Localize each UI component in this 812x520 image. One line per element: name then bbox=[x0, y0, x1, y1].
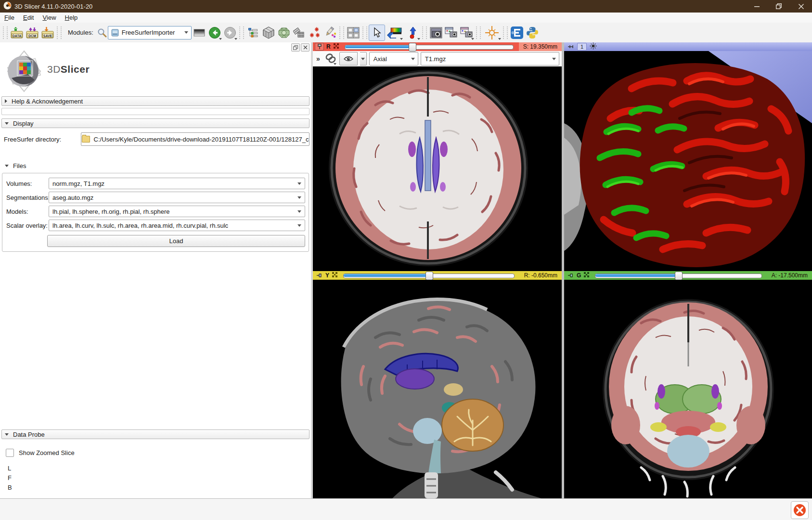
load-data-button[interactable]: DATA bbox=[9, 25, 25, 40]
scalar-overlay-select[interactable]: lh.area, lh.curv, lh.sulc, rh.area, rh.a… bbox=[49, 220, 305, 231]
history-back-button[interactable] bbox=[207, 25, 222, 40]
slider-handle[interactable] bbox=[425, 272, 433, 280]
orientation-select[interactable]: Axial bbox=[369, 52, 418, 65]
pin-icon[interactable] bbox=[315, 272, 323, 279]
display-section-header[interactable]: Display bbox=[1, 118, 309, 128]
toolbar-separator bbox=[239, 26, 244, 39]
slice-intersection-icon[interactable] bbox=[583, 272, 590, 279]
pin-icon[interactable] bbox=[315, 43, 324, 51]
segmentations-value: aseg.auto.mgz bbox=[52, 194, 297, 201]
main-toolbar: DATA DCM SAVE Modules: bbox=[0, 23, 812, 43]
slider-handle[interactable] bbox=[675, 272, 683, 280]
slider-handle[interactable] bbox=[409, 43, 416, 52]
show-zoomed-slice-checkbox[interactable] bbox=[6, 449, 14, 457]
restore-icon[interactable] bbox=[768, 0, 790, 13]
scalar-overlay-label: Scalar overlay: bbox=[5, 222, 49, 229]
python-console-icon[interactable] bbox=[525, 25, 540, 40]
pin-icon[interactable] bbox=[566, 43, 574, 50]
module-selector-value: FreeSurferImporter bbox=[122, 29, 181, 36]
status-bar bbox=[0, 498, 812, 520]
volume-rendering-icon[interactable] bbox=[276, 25, 292, 40]
slice-intersection-icon[interactable] bbox=[333, 43, 339, 51]
transforms-icon[interactable] bbox=[385, 25, 403, 40]
visibility-dropdown[interactable] bbox=[360, 52, 367, 65]
coronal-slice-image[interactable] bbox=[564, 280, 812, 498]
history-forward-button[interactable] bbox=[222, 25, 238, 40]
chevron-down-icon bbox=[297, 196, 301, 199]
screenshot-icon[interactable] bbox=[428, 25, 444, 40]
help-acknowledgement-header[interactable]: Help & Acknowledgement bbox=[1, 96, 309, 106]
undock-panel-icon[interactable] bbox=[291, 43, 300, 52]
layout-selector-icon[interactable] bbox=[346, 25, 361, 40]
svg-text:SAVE: SAVE bbox=[43, 34, 52, 37]
module-hierarchy-icon[interactable] bbox=[245, 25, 261, 40]
orientation-value: Axial bbox=[374, 55, 387, 63]
pin-icon[interactable] bbox=[566, 272, 574, 279]
chevron-down-icon bbox=[552, 58, 556, 60]
module-search-icon[interactable] bbox=[96, 25, 108, 40]
red-slice-slider[interactable] bbox=[345, 44, 514, 49]
window-title: 3D Slicer 4.11.0-2020-01-20 bbox=[14, 3, 92, 10]
markups-fiducials-icon[interactable] bbox=[307, 25, 322, 40]
show-zoomed-slice-label: Show Zoomed Slice bbox=[19, 449, 75, 456]
files-group: Volumes: norm.mgz, T1.mgz Segmentations:… bbox=[2, 173, 309, 252]
link-views-icon[interactable] bbox=[324, 52, 337, 65]
module-icon bbox=[111, 29, 119, 37]
volume-select[interactable]: T1.mgz bbox=[421, 52, 559, 65]
collapsed-section-bar[interactable] bbox=[1, 108, 309, 115]
collapsed-arrow-icon bbox=[5, 99, 7, 103]
sagittal-slice-image[interactable] bbox=[313, 280, 562, 498]
menu-file[interactable]: File bbox=[0, 13, 19, 23]
minimize-icon[interactable] bbox=[746, 0, 768, 13]
toolbar-separator bbox=[362, 26, 367, 39]
volume-cube-icon[interactable] bbox=[261, 25, 276, 40]
red-slice-controller-bar: R S: 19.350mm bbox=[313, 42, 562, 51]
freesurfer-directory-button[interactable]: C:/Users/Kyle/Documents/drive-download-2… bbox=[81, 132, 309, 146]
close-icon[interactable] bbox=[790, 0, 812, 13]
visibility-eye-button[interactable] bbox=[339, 52, 358, 65]
ruler-grid-icon[interactable] bbox=[292, 25, 307, 40]
yellow-slice-controller-bar: Y R: -0.650mm bbox=[313, 271, 562, 280]
threed-scene[interactable] bbox=[564, 51, 812, 271]
volumes-select[interactable]: norm.mgz, T1.mgz bbox=[49, 178, 305, 189]
annotations-pen-icon[interactable] bbox=[322, 25, 338, 40]
dicom-button[interactable]: DCM bbox=[25, 25, 40, 40]
yellow-slice-slider[interactable] bbox=[343, 273, 515, 278]
scene-view-capture-icon[interactable] bbox=[444, 25, 459, 40]
files-section-header[interactable]: Files bbox=[1, 161, 309, 170]
module-selector[interactable]: FreeSurferImporter bbox=[108, 26, 192, 39]
slicer-logo: 3DSlicer bbox=[3, 47, 311, 95]
module-history-icon[interactable] bbox=[192, 25, 207, 40]
close-panel-icon[interactable] bbox=[301, 43, 309, 52]
chevron-down-icon bbox=[297, 224, 301, 227]
place-fiducial-button[interactable] bbox=[405, 25, 421, 40]
menu-help[interactable]: Help bbox=[61, 13, 82, 23]
models-select[interactable]: lh.pial, lh.sphere, rh.orig, rh.pial, rh… bbox=[49, 206, 305, 217]
more-options-button[interactable]: » bbox=[314, 55, 322, 63]
chevron-down-icon bbox=[417, 38, 420, 40]
axial-slice-image[interactable] bbox=[313, 66, 562, 271]
segmentations-select[interactable]: aseg.auto.mgz bbox=[49, 192, 305, 203]
spin-view-icon[interactable] bbox=[590, 42, 597, 51]
volumes-label: Volumes: bbox=[5, 180, 49, 187]
save-button[interactable]: SAVE bbox=[40, 25, 55, 40]
models-label: Models: bbox=[5, 208, 49, 215]
error-log-button[interactable] bbox=[791, 501, 809, 519]
crosshair-icon[interactable] bbox=[482, 25, 502, 40]
slice-letter: Y bbox=[325, 272, 329, 279]
toolbar-separator bbox=[476, 26, 481, 39]
menu-view[interactable]: View bbox=[38, 13, 60, 23]
yellow-slice-view: Y R: -0.650mm bbox=[313, 271, 562, 498]
extensions-manager-icon[interactable] bbox=[509, 25, 525, 40]
menu-edit[interactable]: Edit bbox=[19, 13, 38, 23]
scene-view-restore-icon[interactable] bbox=[459, 25, 475, 40]
toolbar-separator bbox=[339, 26, 344, 39]
data-probe-header[interactable]: Data Probe bbox=[1, 429, 309, 439]
load-button[interactable]: Load bbox=[47, 235, 305, 247]
slice-intersection-icon[interactable] bbox=[332, 272, 338, 279]
toolbar-separator bbox=[57, 26, 62, 39]
green-slice-controller-bar: G A: -17.500mm bbox=[564, 271, 812, 280]
title-bar: 3D Slicer 4.11.0-2020-01-20 bbox=[0, 0, 812, 13]
green-slice-slider[interactable] bbox=[595, 273, 761, 278]
mouse-interaction-button[interactable] bbox=[369, 25, 385, 41]
